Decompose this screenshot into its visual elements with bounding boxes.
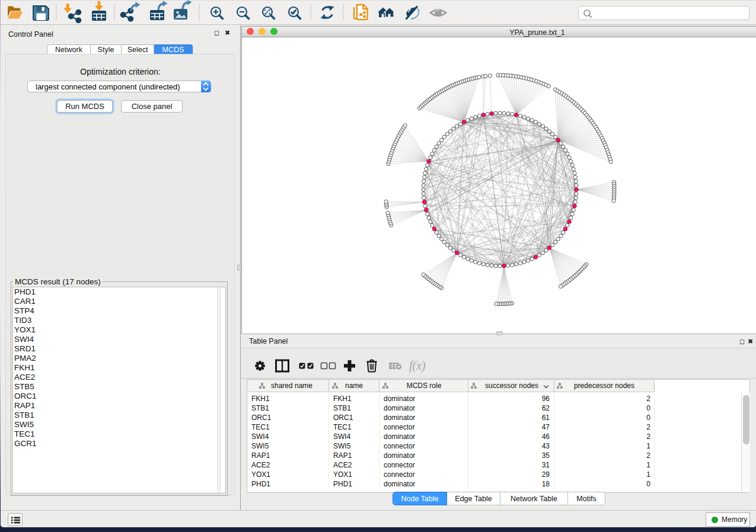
- svg-text:f(x): f(x): [409, 359, 426, 373]
